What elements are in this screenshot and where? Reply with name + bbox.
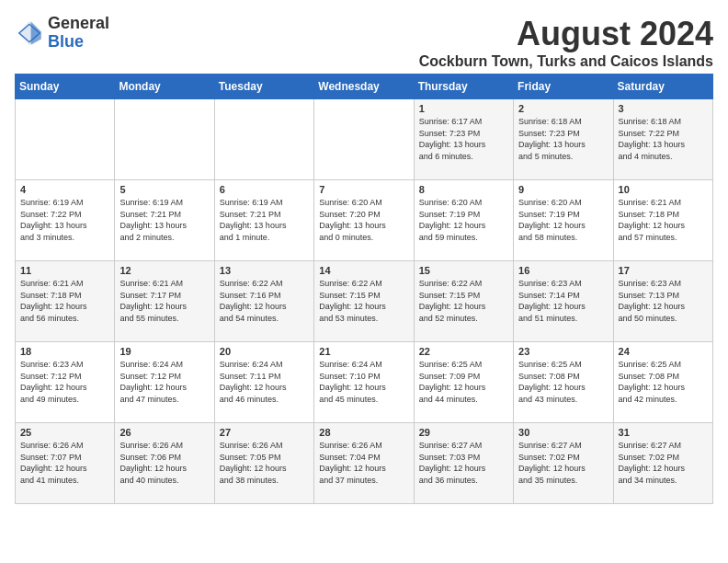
day-info: Sunrise: 6:24 AM Sunset: 7:10 PM Dayligh… (319, 359, 408, 405)
day-number: 18 (20, 346, 109, 357)
day-info: Sunrise: 6:22 AM Sunset: 7:16 PM Dayligh… (220, 278, 309, 324)
calendar-cell: 23Sunrise: 6:25 AM Sunset: 7:08 PM Dayli… (514, 342, 613, 423)
calendar-cell: 21Sunrise: 6:24 AM Sunset: 7:10 PM Dayli… (314, 342, 414, 423)
calendar-cell: 4Sunrise: 6:19 AM Sunset: 7:22 PM Daylig… (16, 180, 115, 261)
calendar-cell: 19Sunrise: 6:24 AM Sunset: 7:12 PM Dayli… (115, 342, 214, 423)
title-block: August 2024 Cockburn Town, Turks and Cai… (419, 15, 713, 70)
day-number: 31 (619, 427, 708, 438)
day-number: 28 (319, 427, 408, 438)
weekday-header-sunday: Sunday (16, 75, 115, 99)
calendar-cell: 9Sunrise: 6:20 AM Sunset: 7:19 PM Daylig… (514, 180, 613, 261)
day-info: Sunrise: 6:26 AM Sunset: 7:04 PM Dayligh… (319, 440, 408, 486)
day-number: 24 (619, 346, 708, 357)
calendar-week-5: 25Sunrise: 6:26 AM Sunset: 7:07 PM Dayli… (16, 423, 713, 504)
day-number: 14 (319, 265, 408, 276)
day-number: 1 (419, 103, 508, 114)
day-info: Sunrise: 6:24 AM Sunset: 7:12 PM Dayligh… (119, 359, 209, 405)
day-info: Sunrise: 6:26 AM Sunset: 7:05 PM Dayligh… (220, 440, 309, 486)
calendar-week-1: 1Sunrise: 6:17 AM Sunset: 7:23 PM Daylig… (16, 99, 713, 180)
calendar-cell (314, 99, 414, 180)
calendar-cell: 26Sunrise: 6:26 AM Sunset: 7:06 PM Dayli… (115, 423, 214, 504)
day-info: Sunrise: 6:25 AM Sunset: 7:08 PM Dayligh… (518, 359, 608, 405)
calendar-week-2: 4Sunrise: 6:19 AM Sunset: 7:22 PM Daylig… (16, 180, 713, 261)
day-number: 30 (518, 427, 608, 438)
calendar-table: SundayMondayTuesdayWednesdayThursdayFrid… (15, 74, 713, 504)
day-number: 27 (220, 427, 309, 438)
calendar-cell: 8Sunrise: 6:20 AM Sunset: 7:19 PM Daylig… (414, 180, 513, 261)
day-info: Sunrise: 6:27 AM Sunset: 7:03 PM Dayligh… (419, 440, 508, 486)
day-number: 22 (419, 346, 508, 357)
day-info: Sunrise: 6:23 AM Sunset: 7:13 PM Dayligh… (619, 278, 708, 324)
day-number: 6 (220, 184, 309, 195)
day-info: Sunrise: 6:24 AM Sunset: 7:11 PM Dayligh… (220, 359, 309, 405)
calendar-cell (16, 99, 115, 180)
day-info: Sunrise: 6:20 AM Sunset: 7:19 PM Dayligh… (518, 197, 608, 243)
day-info: Sunrise: 6:23 AM Sunset: 7:14 PM Dayligh… (518, 278, 608, 324)
day-number: 9 (518, 184, 608, 195)
day-info: Sunrise: 6:22 AM Sunset: 7:15 PM Dayligh… (419, 278, 508, 324)
weekday-header-wednesday: Wednesday (314, 75, 414, 99)
day-info: Sunrise: 6:19 AM Sunset: 7:21 PM Dayligh… (119, 197, 209, 243)
calendar-cell: 27Sunrise: 6:26 AM Sunset: 7:05 PM Dayli… (214, 423, 313, 504)
calendar-cell: 6Sunrise: 6:19 AM Sunset: 7:21 PM Daylig… (214, 180, 313, 261)
day-info: Sunrise: 6:18 AM Sunset: 7:23 PM Dayligh… (518, 116, 608, 162)
day-number: 23 (518, 346, 608, 357)
calendar-cell: 10Sunrise: 6:21 AM Sunset: 7:18 PM Dayli… (613, 180, 712, 261)
day-number: 2 (518, 103, 608, 114)
day-info: Sunrise: 6:25 AM Sunset: 7:09 PM Dayligh… (419, 359, 508, 405)
calendar-cell: 5Sunrise: 6:19 AM Sunset: 7:21 PM Daylig… (115, 180, 214, 261)
calendar-cell: 25Sunrise: 6:26 AM Sunset: 7:07 PM Dayli… (16, 423, 115, 504)
logo-blue-text: Blue (48, 33, 109, 52)
calendar-cell: 12Sunrise: 6:21 AM Sunset: 7:17 PM Dayli… (115, 261, 214, 342)
day-number: 15 (419, 265, 508, 276)
day-number: 25 (20, 427, 109, 438)
day-info: Sunrise: 6:23 AM Sunset: 7:12 PM Dayligh… (20, 359, 109, 405)
calendar-cell (214, 99, 313, 180)
calendar-cell: 14Sunrise: 6:22 AM Sunset: 7:15 PM Dayli… (314, 261, 414, 342)
calendar-week-4: 18Sunrise: 6:23 AM Sunset: 7:12 PM Dayli… (16, 342, 713, 423)
weekday-header-row: SundayMondayTuesdayWednesdayThursdayFrid… (16, 75, 713, 99)
weekday-header-friday: Friday (514, 75, 613, 99)
calendar-cell: 18Sunrise: 6:23 AM Sunset: 7:12 PM Dayli… (16, 342, 115, 423)
calendar-cell: 20Sunrise: 6:24 AM Sunset: 7:11 PM Dayli… (214, 342, 313, 423)
day-info: Sunrise: 6:27 AM Sunset: 7:02 PM Dayligh… (619, 440, 708, 486)
logo-text: General Blue (48, 15, 109, 52)
calendar-cell: 30Sunrise: 6:27 AM Sunset: 7:02 PM Dayli… (514, 423, 613, 504)
day-number: 11 (20, 265, 109, 276)
day-info: Sunrise: 6:21 AM Sunset: 7:18 PM Dayligh… (619, 197, 708, 243)
day-number: 13 (220, 265, 309, 276)
calendar-cell: 11Sunrise: 6:21 AM Sunset: 7:18 PM Dayli… (16, 261, 115, 342)
page-header: General Blue August 2024 Cockburn Town, … (15, 15, 713, 70)
day-info: Sunrise: 6:19 AM Sunset: 7:21 PM Dayligh… (220, 197, 309, 243)
day-number: 17 (619, 265, 708, 276)
month-title: August 2024 (419, 15, 713, 53)
calendar-cell: 3Sunrise: 6:18 AM Sunset: 7:22 PM Daylig… (613, 99, 712, 180)
calendar-cell: 16Sunrise: 6:23 AM Sunset: 7:14 PM Dayli… (514, 261, 613, 342)
day-info: Sunrise: 6:26 AM Sunset: 7:06 PM Dayligh… (119, 440, 209, 486)
day-number: 4 (20, 184, 109, 195)
logo: General Blue (15, 15, 109, 52)
day-number: 19 (119, 346, 209, 357)
logo-icon (15, 18, 44, 48)
weekday-header-tuesday: Tuesday (214, 75, 313, 99)
location: Cockburn Town, Turks and Caicos Islands (419, 53, 713, 70)
day-number: 10 (619, 184, 708, 195)
calendar-cell: 13Sunrise: 6:22 AM Sunset: 7:16 PM Dayli… (214, 261, 313, 342)
day-number: 26 (119, 427, 209, 438)
calendar-week-3: 11Sunrise: 6:21 AM Sunset: 7:18 PM Dayli… (16, 261, 713, 342)
day-number: 7 (319, 184, 408, 195)
day-info: Sunrise: 6:22 AM Sunset: 7:15 PM Dayligh… (319, 278, 408, 324)
day-number: 8 (419, 184, 508, 195)
day-info: Sunrise: 6:26 AM Sunset: 7:07 PM Dayligh… (20, 440, 109, 486)
day-number: 3 (619, 103, 708, 114)
day-number: 12 (119, 265, 209, 276)
calendar-cell: 28Sunrise: 6:26 AM Sunset: 7:04 PM Dayli… (314, 423, 414, 504)
day-info: Sunrise: 6:17 AM Sunset: 7:23 PM Dayligh… (419, 116, 508, 162)
day-number: 21 (319, 346, 408, 357)
calendar-cell: 31Sunrise: 6:27 AM Sunset: 7:02 PM Dayli… (613, 423, 712, 504)
day-info: Sunrise: 6:21 AM Sunset: 7:17 PM Dayligh… (119, 278, 209, 324)
calendar-cell: 7Sunrise: 6:20 AM Sunset: 7:20 PM Daylig… (314, 180, 414, 261)
day-info: Sunrise: 6:19 AM Sunset: 7:22 PM Dayligh… (20, 197, 109, 243)
day-number: 29 (419, 427, 508, 438)
calendar-cell: 17Sunrise: 6:23 AM Sunset: 7:13 PM Dayli… (613, 261, 712, 342)
